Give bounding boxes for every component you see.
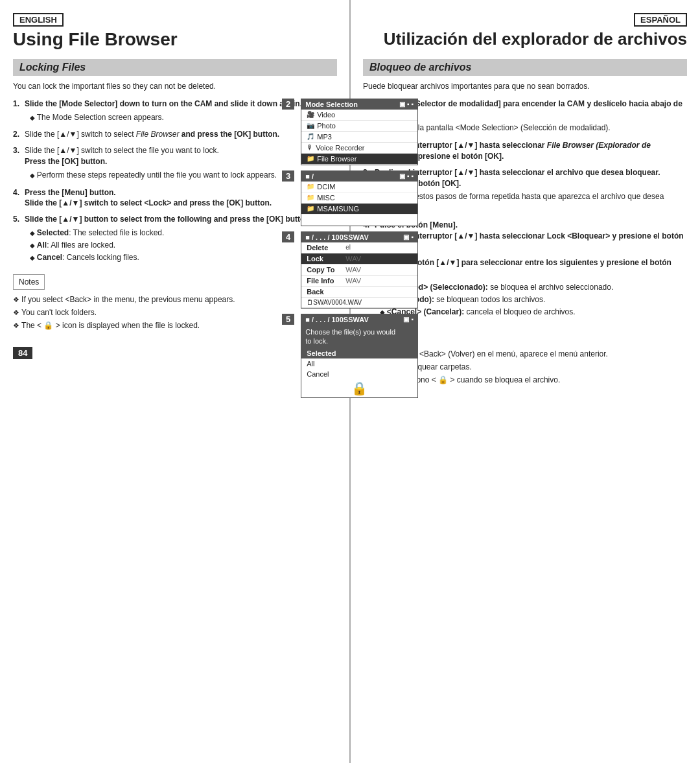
screen3-step: 3 — [282, 170, 294, 182]
screen3-item-misc: 📁 MISC — [301, 193, 417, 204]
all-screens: 2 Mode Selection ▣ ▪ ▪ 🎥 Vide — [282, 99, 418, 399]
screen5-header: ■ / . . . / 100SSWAV ▣ ▪ — [301, 314, 417, 325]
screen5-icons: ▣ ▪ — [403, 316, 414, 323]
main-content: 1. Slide the [Mode Selector] down to tur… — [13, 99, 687, 388]
screen2-item-photo: 📷 Photo — [301, 121, 417, 132]
screen3-block: ■ / ▣ ▪ ▪ 📁 DCIM 📁 — [301, 170, 418, 226]
mp3-icon: 🎵 — [307, 133, 314, 140]
screen5-icon2: ▪ — [411, 316, 414, 323]
screen4-menu-fileinfo: File Info WAV — [301, 276, 417, 287]
screen2-icons: ▣ ▪ ▪ — [399, 100, 414, 108]
folder-msamsung-icon: 📁 — [307, 205, 314, 212]
screen5-row: 5 ■ / . . . / 100SSWAV ▣ ▪ Choose the fi… — [282, 314, 418, 399]
screen3-icon1: ▣ — [399, 172, 405, 180]
screen2-icon2: ▪ — [407, 100, 410, 108]
folder-dcim-icon: 📁 — [307, 183, 314, 190]
video-icon: 🎥 — [307, 111, 314, 118]
lang-badge-left: ENGLISH — [13, 13, 64, 27]
screen5-item-all: All — [301, 358, 417, 369]
screen4-menu-file: 🗒 SWAV0004.WAV — [301, 298, 417, 308]
screen5-icon1: ▣ — [403, 316, 409, 323]
col-right-intro: Puede bloquear archivos importantes para… — [350, 81, 687, 99]
screen3-icons: ▣ ▪ ▪ — [399, 172, 414, 180]
right-header: ESPAÑOL Utilización del explorador de ar… — [384, 13, 687, 56]
screen2-step: 2 — [282, 99, 294, 110]
screen2-item-filebrowser: 📁 File Browser — [301, 154, 417, 165]
screen3-icon2: ▪ — [407, 172, 410, 180]
screen4-menu-copyto: Copy To WAV — [301, 264, 417, 276]
page-title-right: Utilización del explorador de archivos — [384, 29, 687, 49]
screen5-block: ■ / . . . / 100SSWAV ▣ ▪ Choose the file… — [301, 314, 418, 399]
folder-misc-icon: 📁 — [307, 194, 314, 201]
intro-text-right: Puede bloquear archivos importantes para… — [363, 81, 687, 92]
screen2-item-mp3: 🎵 MP3 — [301, 132, 417, 143]
screen2-item-voicerecorder: 🎙 Voice Recorder — [301, 143, 417, 154]
screen3-icon3: ▪ — [411, 172, 414, 180]
screen2-block: Mode Selection ▣ ▪ ▪ 🎥 Video — [301, 99, 418, 165]
page: ENGLISH Using File Browser ESPAÑOL Utili… — [0, 0, 700, 763]
screen4-menu-delete: Delete el — [301, 242, 417, 253]
screen4-menu-back: Back — [301, 287, 417, 298]
screen3-item-msamsung: 📁 MSAMSUNG — [301, 204, 417, 215]
page-number: 84 — [13, 347, 32, 359]
screen3-row: 3 ■ / ▣ ▪ ▪ 📁 DCIM — [282, 170, 418, 226]
screen3-item-dcim: 📁 DCIM — [301, 182, 417, 193]
file-icon: 🗒 — [307, 299, 313, 306]
screen4-row: 4 ■ / . . . / 100SSWAV ▣ ▪ Delete el — [282, 231, 418, 309]
filebrowser-icon: 📁 — [307, 155, 314, 162]
screen2-row: 2 Mode Selection ▣ ▪ ▪ 🎥 Vide — [282, 99, 418, 165]
screen4-title: ■ / . . . / 100SSWAV — [305, 233, 369, 241]
lang-badge-right: ESPAÑOL — [634, 13, 687, 27]
screen3-title: ■ / — [305, 172, 314, 180]
screen4-header: ■ / . . . / 100SSWAV ▣ ▪ — [301, 232, 417, 242]
screen4-icon2: ▪ — [411, 233, 414, 241]
screen2-header: Mode Selection ▣ ▪ ▪ — [301, 99, 417, 110]
screen5-step: 5 — [282, 314, 294, 325]
screen5-item-cancel: Cancel — [301, 369, 417, 379]
left-header: ENGLISH Using File Browser — [13, 13, 178, 56]
screen4-icon1: ▣ — [403, 233, 409, 241]
screen2-title: Mode Selection — [305, 100, 358, 108]
screen2-icon3: ▪ — [411, 100, 414, 108]
screen5-title: ■ / . . . / 100SSWAV — [305, 316, 369, 323]
section-heading-left: Locking Files — [13, 59, 337, 76]
screen4-menu-lock: Lock WAV — [301, 253, 417, 264]
notes-label-left: Notes — [13, 274, 45, 290]
section-heading-right: Bloqueo de archivos — [363, 59, 687, 76]
lock-icon: 🔒 — [301, 381, 417, 396]
voicerecorder-icon: 🎙 — [307, 144, 313, 151]
photo-icon: 📷 — [307, 122, 314, 129]
intro-text-left: You can lock the important files so they… — [13, 81, 337, 92]
screen4-step: 4 — [282, 231, 294, 242]
screen2-item-video: 🎥 Video — [301, 110, 417, 121]
col-left-intro: You can lock the important files so they… — [13, 81, 350, 99]
screen4-block: ■ / . . . / 100SSWAV ▣ ▪ Delete el Lock — [301, 231, 418, 309]
screen3-header: ■ / ▣ ▪ ▪ — [301, 171, 417, 182]
screen2-icon1: ▣ — [399, 100, 405, 108]
col-right-section: Bloqueo de archivos — [350, 59, 687, 81]
screen5-prompt: Choose the file(s) you wouldto lock. — [301, 325, 417, 349]
screen4-icons: ▣ ▪ — [403, 233, 414, 241]
screen5-item-selected: Selected — [301, 348, 417, 358]
col-left-section: Locking Files — [13, 59, 350, 81]
page-title-left: Using File Browser — [13, 29, 178, 50]
screen3-item-blank — [301, 215, 417, 226]
